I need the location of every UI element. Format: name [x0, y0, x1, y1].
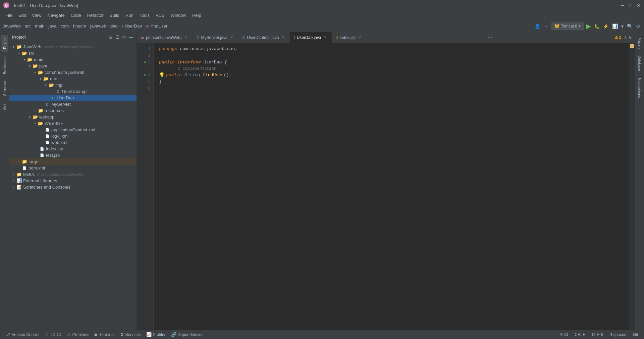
more-run-icon[interactable]: ▾ [620, 22, 625, 30]
tree-item-javaweb[interactable]: ▾ 📁 JavaWeb D:\eslipselibs\ideapro\JavaW… [9, 44, 137, 50]
tab-close-userdaoimpl[interactable]: ✕ [281, 35, 285, 40]
tab-more-button[interactable]: ⋯ [485, 34, 495, 41]
minimize-button[interactable]: ─ [620, 3, 625, 8]
tree-item-indexjsp[interactable]: 📄 index.jsp [9, 146, 137, 152]
sidebar-bookmarks-icon[interactable]: Bookmarks [1, 53, 8, 77]
sidebar-web-icon[interactable]: Web [1, 100, 8, 113]
tree-item-package[interactable]: ▾ 📂 com.hnucm.javaweb [9, 69, 137, 76]
breadcrumb-javaweb[interactable]: JavaWeb [3, 23, 21, 29]
status-dependencies[interactable]: 🔗 Dependencies [168, 330, 206, 339]
panel-close-icon[interactable]: — [128, 34, 134, 40]
close-button[interactable]: ✕ [636, 3, 641, 8]
breadcrumb-com[interactable]: com [61, 23, 69, 29]
status-services[interactable]: ⚙ Services [117, 330, 144, 339]
tree-item-main[interactable]: ▾ 📂 main [9, 56, 137, 63]
tab-close-userdao[interactable]: ✕ [323, 35, 327, 40]
breadcrumb-java[interactable]: java [49, 23, 57, 29]
indent-setting[interactable]: 4 spaces [607, 332, 630, 337]
right-sidebar-database[interactable]: Database [636, 53, 643, 74]
window-controls[interactable]: ─ □ ✕ [620, 3, 641, 8]
breadcrumb-dao[interactable]: dao [110, 23, 118, 29]
tab-close-pom[interactable]: ✕ [184, 35, 188, 40]
gutter-expand-icon[interactable]: ∧ [624, 35, 627, 40]
code-content[interactable]: package com.hnucm.javaweb.dao; public in… [154, 43, 629, 330]
panel-collapse-icon[interactable]: ☰ [115, 34, 120, 40]
status-todo[interactable]: ☑ TODO [42, 330, 64, 339]
breadcrumb-main[interactable]: main [35, 23, 44, 29]
tree-item-impl[interactable]: ▾ 📂 impl [9, 82, 137, 88]
status-terminal[interactable]: ▶ Terminal [92, 330, 117, 339]
menu-refactor[interactable]: Refactor [85, 12, 106, 19]
tab-close-myservlet[interactable]: ✕ [229, 35, 234, 40]
file-encoding[interactable]: UTF-8 [589, 332, 607, 337]
menu-window[interactable]: Window [168, 12, 189, 19]
tomcat-config-button[interactable]: 🐱 Tomcat 8 ▾ [551, 22, 584, 30]
implement-marker-3[interactable]: ● [144, 59, 146, 66]
tab-pom[interactable]: m pom.xml (JavaWeb) ✕ [137, 32, 193, 43]
status-problems[interactable]: ⚠ Problems [64, 330, 92, 339]
run-button[interactable]: ▶ [586, 22, 592, 31]
tree-item-target[interactable]: › 📁 target [9, 158, 137, 165]
menu-file[interactable]: File [3, 12, 15, 19]
breadcrumb-hnucm[interactable]: hnucm [73, 23, 86, 29]
gutter-warning-indicator[interactable]: ⚠ [630, 44, 634, 48]
tree-item-webinf[interactable]: ▾ 📂 WEB-INF [9, 120, 137, 127]
menu-vcs[interactable]: VCS [153, 12, 167, 19]
tree-item-webxml[interactable]: 📄 web.xml [9, 139, 137, 146]
tab-userdao[interactable]: I UserDao.java ✕ [290, 32, 332, 43]
tree-item-testjsp[interactable]: 📄 test.jsp [9, 152, 137, 158]
tree-item-test01[interactable]: › 📁 test01 D:\eslipselibs\ideapro\test01 [9, 171, 137, 178]
tree-item-log4j[interactable]: 📄 log4j.xml [9, 133, 137, 139]
tree-item-dao[interactable]: ▾ 📂 dao [9, 76, 137, 82]
menu-run[interactable]: Run [123, 12, 136, 19]
breadcrumb-javaweb2[interactable]: javaweb [90, 23, 106, 29]
menu-tools[interactable]: Tools [137, 12, 152, 19]
panel-settings-icon[interactable]: ⚙ [121, 34, 127, 40]
breadcrumb-finduser[interactable]: findUser [151, 23, 167, 29]
debug-button[interactable]: 🐛 [593, 22, 601, 30]
implement-marker-4[interactable]: ● [144, 72, 146, 79]
tree-item-java[interactable]: ▾ 📂 java [9, 63, 137, 69]
vcs-icon[interactable]: 👤 [534, 22, 541, 30]
tree-item-extlibs[interactable]: › 📊 External Libraries [9, 178, 137, 184]
tab-myservlet[interactable]: C MyServlet.java ✕ [193, 32, 238, 43]
tab-userdaoimpl[interactable]: C UserDaoImpl.java ✕ [238, 32, 289, 43]
status-version-control[interactable]: ⎇ Version Control [3, 330, 42, 339]
tree-item-appcontext[interactable]: 📄 applicationContext.xml [9, 127, 137, 133]
tree-item-resources[interactable]: › 📁 resources [9, 107, 137, 114]
status-profiler[interactable]: 📈 Profiler [144, 330, 168, 339]
search-icon[interactable]: 🔍 [626, 22, 634, 30]
tree-item-pom[interactable]: 📄 pom.xml [9, 165, 137, 171]
sidebar-structure-icon[interactable]: Structure [1, 78, 8, 99]
tree-label-resources: resources [45, 108, 64, 113]
tree-item-webapp[interactable]: ▾ 📂 webapp [9, 114, 137, 120]
menu-build[interactable]: Build [107, 12, 122, 19]
sidebar-project-icon[interactable]: Project [1, 35, 8, 52]
menu-edit[interactable]: Edit [16, 12, 29, 19]
right-sidebar-notifications[interactable]: Notifications [636, 75, 643, 101]
tree-item-myservlet[interactable]: C MyServlet [9, 101, 137, 107]
menu-navigate[interactable]: Navigate [45, 12, 67, 19]
tree-item-scratches[interactable]: › 📝 Scratches and Consoles [9, 184, 137, 190]
git-label[interactable]: Git [630, 332, 641, 337]
panel-expand-icon[interactable]: ⊕ [108, 34, 113, 40]
profile-button[interactable]: 📊 [611, 22, 619, 30]
right-sidebar-maven[interactable]: Maven [636, 35, 643, 51]
tree-item-src[interactable]: ▾ 📂 src [9, 50, 137, 56]
menu-view[interactable]: View [29, 12, 44, 19]
menu-code[interactable]: Code [68, 12, 84, 19]
gutter-collapse-icon[interactable]: ∨ [629, 35, 632, 40]
menu-help[interactable]: Help [190, 12, 204, 19]
tab-indexjsp[interactable]: J index.jsp ✕ [332, 32, 366, 43]
tab-close-indexjsp[interactable]: ✕ [358, 35, 362, 40]
coverage-button[interactable]: ⚡ [602, 22, 610, 30]
line-ending[interactable]: CRLF [571, 332, 588, 337]
cursor-position[interactable]: 4:30 [557, 332, 571, 337]
breadcrumb-src[interactable]: src [25, 23, 31, 29]
breadcrumb-userdao[interactable]: UserDao [125, 23, 142, 29]
back-icon[interactable]: ← [543, 22, 549, 30]
maximize-button[interactable]: □ [628, 3, 633, 8]
settings-icon[interactable]: ⚙ [635, 22, 641, 30]
tree-item-userdaoimpl[interactable]: C UserDaoImpl [9, 88, 137, 95]
tree-item-userdao[interactable]: I UserDao [9, 95, 137, 101]
